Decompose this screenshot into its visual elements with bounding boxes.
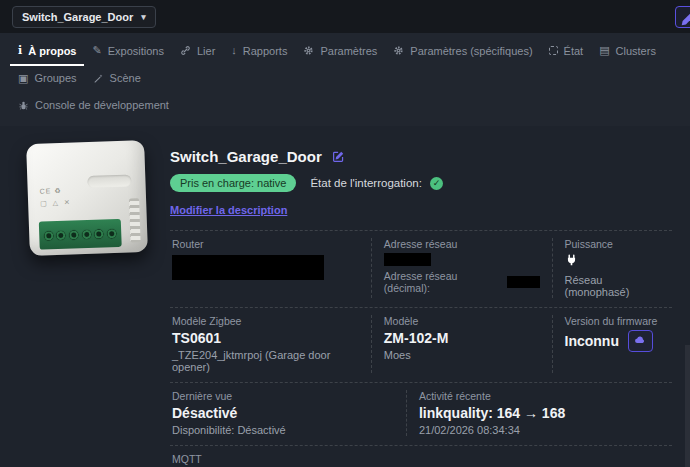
interview-status-label: État de l'interrogation:: [310, 177, 422, 189]
check-circle-icon: ✓: [430, 177, 443, 190]
tab-label: Clusters: [616, 45, 656, 57]
device-photo: CE ♻ ▢ △ ✕: [20, 140, 158, 262]
model-cell: Modèle ZM-102-M Moes: [371, 315, 552, 373]
zigbee-model-label: Modèle Zigbee: [172, 315, 359, 327]
last-seen-cell: Dernière vue Désactivé Disponibilité: Dé…: [170, 390, 406, 436]
device-info-table: Router Adresse réseau Adresse réseau (dé…: [170, 230, 672, 467]
chevron-down-icon: ▾: [141, 12, 146, 22]
device-selector-dropdown[interactable]: Switch_Garage_Door ▾: [12, 6, 156, 28]
vendor: Moes: [384, 349, 540, 361]
network-address-redacted: [384, 253, 431, 266]
router-label: Router: [172, 238, 359, 250]
tab-label: Rapports: [243, 45, 288, 57]
tab-label: Paramètres: [320, 45, 377, 57]
tab-console-developpement[interactable]: Console de développement: [10, 93, 177, 120]
router-cell: Router: [170, 238, 371, 298]
zigbee-model-value: TS0601: [172, 330, 359, 346]
bug-icon: [18, 100, 29, 111]
topbar-partial-button[interactable]: [675, 6, 690, 28]
device-module-image: CE ♻ ▢ △ ✕: [26, 140, 148, 256]
tab-scene[interactable]: Scène: [85, 66, 149, 93]
tab-label: Lier: [197, 45, 215, 57]
tab-clusters[interactable]: ▤ Clusters: [591, 39, 664, 66]
cloud-icon: [634, 334, 646, 349]
info-row-network: Router Adresse réseau Adresse réseau (dé…: [170, 230, 672, 307]
recent-activity-cell: Activité récente linkquality: 164 → 168 …: [406, 390, 672, 436]
topbar: Switch_Garage_Door ▾: [0, 0, 690, 33]
device-photo-column: CE ♻ ▢ △ ✕: [20, 138, 170, 467]
tab-label: État: [564, 45, 584, 57]
firmware-label: Version du firmware: [565, 315, 660, 327]
last-seen-value: Désactivé: [172, 405, 394, 421]
tab-row-1: i À propos ✎ Expositions Lier ↓ Rapports: [10, 38, 680, 93]
network-address-label: Adresse réseau: [384, 238, 540, 250]
wand-icon: [93, 73, 104, 84]
network-address-cell: Adresse réseau Adresse réseau (décimal):: [371, 238, 552, 298]
tab-label: Console de développement: [35, 99, 169, 111]
mqtt-cell: MQTT zigbee2mqtt/Switch_Garage_Door: [170, 453, 672, 467]
network-address-decimal-label: Adresse réseau (décimal):: [384, 270, 504, 294]
device-status-row: Pris en charge: native État de l'interro…: [170, 174, 672, 192]
device-print: ▢ △ ✕: [40, 199, 72, 208]
server-icon: ▤: [599, 45, 609, 56]
tab-groupes[interactable]: ▣ Groupes: [10, 66, 85, 93]
device-title: Switch_Garage_Door: [170, 148, 322, 165]
device-fins: [129, 198, 141, 242]
router-value-redacted: [172, 255, 324, 280]
device-tabs: i À propos ✎ Expositions Lier ↓ Rapports: [0, 33, 690, 126]
edit-name-icon[interactable]: [332, 150, 345, 163]
gear-icon: [393, 45, 404, 56]
network-address-decimal-redacted: [507, 276, 539, 288]
info-row-activity: Dernière vue Désactivé Disponibilité: Dé…: [170, 382, 672, 445]
device-about-panel: CE ♻ ▢ △ ✕ Switch_Garage_Door: [0, 126, 690, 467]
zigbee2mqtt-device-page: Switch_Garage_Door ▾ i À propos ✎ Exposi…: [0, 0, 690, 467]
device-title-row: Switch_Garage_Door: [170, 148, 672, 165]
tab-lier[interactable]: Lier: [172, 39, 223, 66]
device-selector-label: Switch_Garage_Door: [22, 11, 133, 23]
check-firmware-button[interactable]: [628, 330, 653, 352]
activity-time: 21/02/2026 08:34:34: [419, 424, 660, 436]
pencil-square-icon: [676, 22, 690, 33]
tab-label: Expositions: [108, 45, 164, 57]
supported-badge: Pris en charge: native: [170, 174, 296, 192]
tab-label: Scène: [110, 72, 141, 84]
info-row-model: Modèle Zigbee TS0601 _TZE204_jktmrpoj (G…: [170, 307, 672, 382]
power-label: Puissance: [565, 238, 660, 250]
gear-icon: [303, 45, 314, 56]
device-slot: [87, 174, 131, 188]
last-seen-label: Dernière vue: [172, 390, 394, 402]
tab-label: Paramètres (spécifiques): [410, 45, 532, 57]
firmware-cell: Version du firmware Inconnu: [552, 315, 672, 373]
tab-expositions[interactable]: ✎ Expositions: [84, 39, 171, 66]
tab-label: Groupes: [34, 72, 76, 84]
model-value: ZM-102-M: [384, 330, 540, 346]
device-terminal-block: [39, 219, 122, 250]
activity-label: Activité récente: [419, 390, 660, 402]
firmware-value: Inconnu: [565, 333, 619, 349]
zigbee-model-cell: Modèle Zigbee TS0601 _TZE204_jktmrpoj (G…: [170, 315, 371, 373]
info-row-mqtt: MQTT zigbee2mqtt/Switch_Garage_Door: [170, 445, 672, 467]
device-ce-mark: CE ♻: [40, 187, 62, 196]
zigbee-model-sub: _TZE204_jktmrpoj (Garage door opener): [172, 349, 359, 373]
scrollbar[interactable]: [685, 345, 690, 467]
device-details: Switch_Garage_Door Pris en charge: nativ…: [170, 138, 672, 467]
mqtt-label: MQTT: [172, 453, 660, 465]
tab-label: À propos: [28, 45, 76, 57]
dashed-square-icon: [549, 46, 558, 55]
tab-rapports[interactable]: ↓ Rapports: [223, 39, 295, 66]
tab-parametres-specifiques[interactable]: Paramètres (spécifiques): [385, 39, 540, 66]
availability: Disponibilité: Désactivé: [172, 424, 394, 436]
tab-etat[interactable]: État: [541, 39, 592, 66]
tab-row-2: Console de développement: [10, 93, 680, 126]
tab-parametres[interactable]: Paramètres: [295, 39, 385, 66]
power-cell: Puissance Réseau (monophasé): [552, 238, 672, 298]
edit-description-link[interactable]: Modifier la description: [170, 204, 287, 216]
model-label: Modèle: [384, 315, 540, 327]
plug-icon: [565, 253, 660, 271]
power-value: Réseau (monophasé): [565, 274, 660, 298]
pencil-icon: ✎: [92, 45, 101, 56]
tab-a-propos[interactable]: i À propos: [10, 38, 84, 66]
image-icon: ▣: [18, 73, 28, 84]
activity-value: linkquality: 164 → 168: [419, 405, 660, 421]
info-icon: i: [18, 44, 22, 57]
